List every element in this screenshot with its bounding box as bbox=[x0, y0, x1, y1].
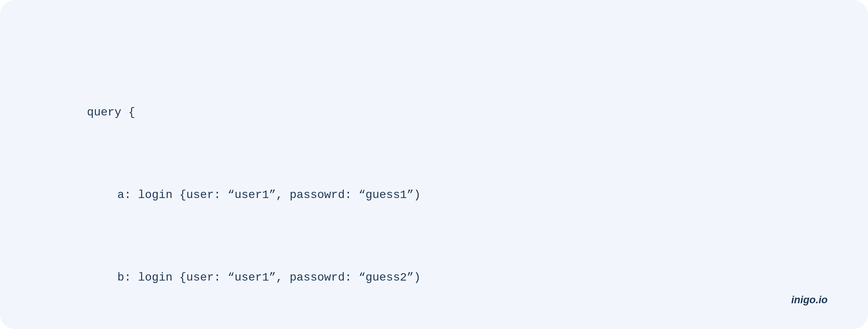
code-line-a: a: login {user: “user1”, passowrd: “gues… bbox=[87, 181, 781, 209]
code-panel: query { a: login {user: “user1”, passowr… bbox=[0, 0, 868, 329]
code-line-open: query { bbox=[87, 99, 781, 126]
code-block: query { a: login {user: “user1”, passowr… bbox=[87, 43, 781, 329]
code-line-b: b: login {user: “user1”, passowrd: “gues… bbox=[87, 264, 781, 291]
watermark: inigo.io bbox=[791, 294, 828, 306]
